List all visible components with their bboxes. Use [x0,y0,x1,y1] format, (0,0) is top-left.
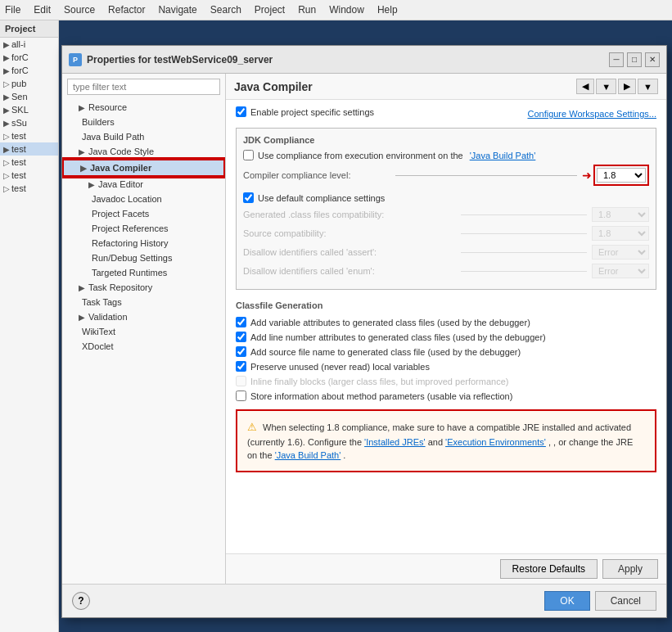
expand-arrow: ▷ [3,132,10,141]
installed-jres-link[interactable]: 'Installed JREs' [364,437,426,447]
configure-workspace-link[interactable]: Configure Workspace Settings... [527,109,656,119]
classfile-checkbox-3[interactable] [236,361,246,372]
nav-item-java-editor[interactable]: ▶ Java Editor [62,177,225,192]
project-item-4[interactable]: ▶ Sen [0,90,58,103]
use-compliance-checkbox[interactable] [243,150,254,160]
classfile-checkbox-0[interactable] [236,317,246,327]
project-item-9[interactable]: ▷ test [0,156,58,169]
project-name: test [11,131,26,141]
ok-button[interactable]: OK [544,591,589,611]
menu-window[interactable]: Window [329,4,364,16]
menu-navigate[interactable]: Navigate [158,4,196,16]
nav-item-resource[interactable]: ▶ Resource [62,100,225,115]
menu-search[interactable]: Search [210,4,241,16]
menu-file[interactable]: File [5,4,20,16]
menu-edit[interactable]: Edit [34,4,51,16]
dialog-title: P Properties for testWebService09_server [69,53,273,66]
filter-input[interactable] [67,79,220,95]
class-files-divider [461,214,587,215]
cancel-button[interactable]: Cancel [595,591,656,611]
project-item-3[interactable]: ▷ pub [0,77,58,90]
disallow-assert-divider [461,252,587,253]
nav-item-builders[interactable]: Builders [62,115,225,129]
classfile-checkbox-1[interactable] [236,332,246,342]
default-compliance-label: Use default compliance settings [258,193,385,203]
use-compliance-row: Use compliance from execution environmen… [243,150,649,160]
menu-source[interactable]: Source [64,4,95,16]
disallow-enum-label: Disallow identifiers called 'enum': [243,266,456,276]
nav-item-java-code-style[interactable]: ▶ Java Code Style [62,144,225,159]
disallow-assert-row: Disallow identifiers called 'assert': Er… [243,245,649,260]
java-build-path-link-2[interactable]: 'Java Build Path' [275,450,341,460]
classfile-checkbox-5[interactable] [236,390,246,401]
compliance-dropdown[interactable]: 1.8 1.7 1.6 1.5 [597,168,646,183]
project-item-1[interactable]: ▶ forC [0,51,58,64]
project-item-0[interactable]: ▶ all-i [0,38,58,51]
nav-item-targeted-runtimes[interactable]: Targeted Runtimes [62,265,225,280]
compliance-dropdown-box: 1.8 1.7 1.6 1.5 [593,165,649,186]
compliance-divider [395,175,577,176]
content-body: Enable project specific settings Configu… [226,100,666,553]
enable-project-settings-label: Enable project specific settings [250,107,374,117]
project-item-2[interactable]: ▶ forC [0,64,58,77]
source-compat-row: Source compatibility: 1.8 [243,226,649,241]
nav-item-java-compiler[interactable]: ▶ Java Compiler [62,159,225,177]
nav-item-project-references[interactable]: Project References [62,221,225,236]
dialog-window-controls: ─ □ ✕ [609,52,660,67]
nav-item-project-facets[interactable]: Project Facets [62,206,225,221]
classfile-label-3: Preserve unused (never read) local varia… [250,362,430,372]
menu-run[interactable]: Run [298,4,316,16]
apply-button[interactable]: Apply [602,559,658,579]
nav-item-javadoc-location[interactable]: Javadoc Location [62,192,225,206]
classfile-label-5: Store information about method parameter… [250,391,512,401]
project-name: test [11,183,26,193]
default-compliance-checkbox[interactable] [243,192,254,203]
jdk-compliance-section: JDK Compliance Use compliance from execu… [236,128,656,290]
nav-item-validation[interactable]: ▶ Validation [62,309,225,324]
class-files-row: Generated .class files compatibility: 1.… [243,207,649,222]
classfile-checkbox-2[interactable] [236,346,246,357]
execution-environments-link[interactable]: 'Execution Environments' [445,437,546,447]
dropdown-button[interactable]: ▼ [596,79,616,94]
restore-defaults-button[interactable]: Restore Defaults [500,559,598,579]
project-item-6[interactable]: ▶ sSu [0,116,58,129]
disallow-assert-label: Disallow identifiers called 'assert': [243,247,456,257]
nav-item-wikitext[interactable]: WikiText [62,324,225,339]
more-button[interactable]: ▼ [638,79,658,94]
project-item-10[interactable]: ▷ test [0,169,58,182]
source-compat-divider [461,233,587,234]
dialog-icon: P [69,53,82,66]
project-name: test [11,157,26,167]
project-item-11[interactable]: ▷ test [0,182,58,195]
menu-refactor[interactable]: Refactor [108,4,145,16]
java-build-path-link-1[interactable]: 'Java Build Path' [470,151,536,160]
menu-project[interactable]: Project [255,4,285,16]
dialog-footer: ? OK Cancel [62,584,666,617]
minimize-button[interactable]: ─ [609,52,624,67]
enable-project-settings-checkbox[interactable] [236,106,246,117]
help-button[interactable]: ? [72,592,90,610]
project-item-7[interactable]: ▷ test [0,129,58,142]
project-item-8[interactable]: ▶ test [0,142,58,156]
nav-item-java-build-path[interactable]: Java Build Path [62,129,225,144]
back-button[interactable]: ◀ [576,79,594,94]
nav-item-task-tags[interactable]: Task Tags [62,295,225,309]
class-files-label: Generated .class files compatibility: [243,210,456,219]
maximize-button[interactable]: □ [627,52,642,67]
project-item-5[interactable]: ▶ SKL [0,103,58,116]
expand-arrow: ▶ [3,93,10,102]
content-panel: Java Compiler ◀ ▼ ▶ ▼ Enable project spe… [226,74,666,584]
disallow-enum-select: Error [592,264,649,278]
menu-help[interactable]: Help [377,4,398,16]
nav-item-run-debug-settings[interactable]: Run/Debug Settings [62,251,225,265]
classfile-label-1: Add line number attributes to generated … [250,332,546,342]
expand-arrow: ▶ [3,66,10,75]
close-button[interactable]: ✕ [645,52,660,67]
nav-item-xdoclet[interactable]: XDoclet [62,339,225,354]
footer-right: OK Cancel [544,591,656,611]
forward-button[interactable]: ▶ [618,79,636,94]
expand-arrow: ▶ [3,40,10,49]
nav-item-task-repository[interactable]: ▶ Task Repository [62,280,225,295]
disallow-enum-divider [461,271,587,272]
nav-item-refactoring-history[interactable]: Refactoring History [62,236,225,251]
